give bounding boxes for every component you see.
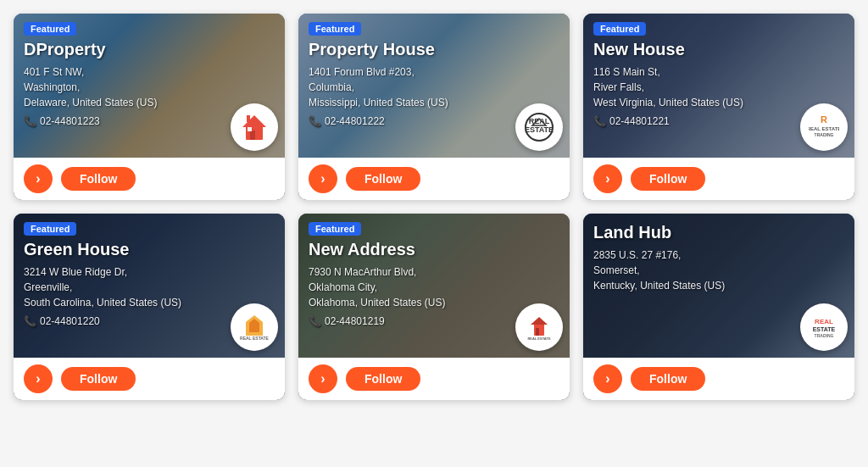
card-footer: › Follow — [583, 158, 854, 200]
phone-icon: 📞 — [309, 315, 321, 327]
svg-rect-2 — [250, 131, 255, 140]
logo-inner: REAL ESTATE TRADING — [805, 309, 843, 346]
property-name: Property House — [309, 39, 559, 59]
svg-text:TRADING: TRADING — [815, 333, 834, 338]
card-footer: › Follow — [583, 358, 854, 400]
property-grid: Featured DProperty 401 F St NW,Washingto… — [14, 14, 854, 400]
follow-button[interactable]: Follow — [631, 367, 705, 391]
property-logo: REAL ESTATE — [231, 303, 278, 351]
property-card-green-house: Featured Green House 3214 W Blue Ridge D… — [14, 214, 285, 400]
follow-button[interactable]: Follow — [61, 167, 136, 191]
featured-badge: Featured — [309, 22, 361, 36]
property-logo: REAL ESTATE TRADING — [800, 303, 848, 351]
svg-marker-16 — [531, 317, 548, 325]
phone-icon: 📞 — [309, 115, 321, 127]
follow-button[interactable]: Follow — [346, 367, 420, 391]
arrow-button[interactable]: › — [309, 164, 337, 193]
follow-button[interactable]: Follow — [631, 167, 705, 191]
phone-icon: 📞 — [593, 115, 606, 127]
logo-inner — [236, 108, 273, 146]
property-address: 2835 U.S. 27 #176,Somerset,Kentucky, Uni… — [593, 247, 844, 293]
property-name: DProperty — [24, 39, 275, 59]
property-address: 401 F St NW,Washington,Delaware, United … — [24, 64, 275, 110]
property-name: Land Hub — [593, 222, 844, 242]
svg-marker-1 — [242, 115, 266, 127]
card-footer: › Follow — [298, 158, 570, 200]
property-card-land-hub: Land Hub 2835 U.S. 27 #176,Somerset,Kent… — [583, 214, 854, 400]
svg-text:ESTATE: ESTATE — [813, 326, 836, 332]
svg-text:ESTATE: ESTATE — [525, 125, 554, 134]
svg-text:REAL ESTATE: REAL ESTATE — [809, 126, 839, 131]
card-image: Land Hub 2835 U.S. 27 #176,Somerset,Kent… — [583, 214, 854, 358]
arrow-button[interactable]: › — [593, 164, 622, 193]
follow-button[interactable]: Follow — [61, 367, 136, 391]
property-address: 116 S Main St,River Falls,West Virginia,… — [593, 64, 844, 110]
card-footer: › Follow — [14, 158, 285, 200]
svg-text:TRADING: TRADING — [815, 132, 834, 137]
phone-icon: 📞 — [24, 115, 36, 127]
property-card-property-house: Featured Property House 1401 Forum Blvd … — [298, 14, 570, 200]
svg-text:REAL ESTATE: REAL ESTATE — [527, 336, 550, 341]
featured-badge: Featured — [24, 22, 76, 36]
svg-rect-17 — [536, 328, 539, 336]
arrow-button[interactable]: › — [593, 364, 622, 393]
property-card-new-house: Featured New House 116 S Main St,River F… — [583, 14, 854, 200]
logo-inner: R REAL ESTATE TRADING — [805, 108, 843, 146]
logo-inner: REAL ESTATE — [236, 309, 273, 346]
property-address: 1401 Forum Blvd #203,Columbia,Mississipp… — [309, 64, 559, 110]
arrow-button[interactable]: › — [24, 164, 53, 193]
property-name: New Address — [309, 239, 559, 259]
property-card-dproperty: Featured DProperty 401 F St NW,Washingto… — [14, 14, 285, 200]
property-name: New House — [593, 39, 844, 59]
arrow-button[interactable]: › — [24, 364, 53, 393]
arrow-button[interactable]: › — [309, 364, 337, 393]
featured-badge: Featured — [24, 222, 76, 236]
card-footer: › Follow — [14, 358, 285, 400]
property-address: 3214 W Blue Ridge Dr,Greenville,South Ca… — [24, 264, 275, 310]
follow-button[interactable]: Follow — [346, 167, 420, 191]
property-address: 7930 N MacArthur Blvd,Oklahoma City,Okla… — [309, 264, 559, 310]
card-image: Featured New Address 7930 N MacArthur Bl… — [298, 214, 570, 358]
card-image: Featured Green House 3214 W Blue Ridge D… — [14, 214, 285, 358]
svg-text:REAL: REAL — [815, 318, 833, 325]
property-card-new-address: Featured New Address 7930 N MacArthur Bl… — [298, 214, 570, 400]
svg-rect-4 — [247, 115, 250, 122]
svg-text:R: R — [821, 114, 827, 125]
property-logo: REAL ESTATE — [515, 103, 563, 151]
logo-inner: REAL ESTATE — [520, 309, 558, 346]
card-footer: › Follow — [298, 358, 570, 400]
property-logo: R REAL ESTATE TRADING — [800, 103, 848, 151]
card-image: Featured Property House 1401 Forum Blvd … — [298, 14, 570, 158]
svg-text:REAL ESTATE: REAL ESTATE — [240, 336, 270, 341]
property-logo: REAL ESTATE — [515, 303, 563, 351]
phone-icon: 📞 — [24, 315, 36, 327]
card-image: Featured DProperty 401 F St NW,Washingto… — [14, 14, 285, 158]
featured-badge: Featured — [593, 22, 646, 36]
featured-badge: Featured — [309, 222, 361, 236]
property-logo — [231, 103, 278, 151]
svg-rect-3 — [248, 127, 252, 131]
property-name: Green House — [24, 239, 275, 259]
logo-inner: REAL ESTATE — [520, 108, 558, 146]
card-image: Featured New House 116 S Main St,River F… — [583, 14, 854, 158]
